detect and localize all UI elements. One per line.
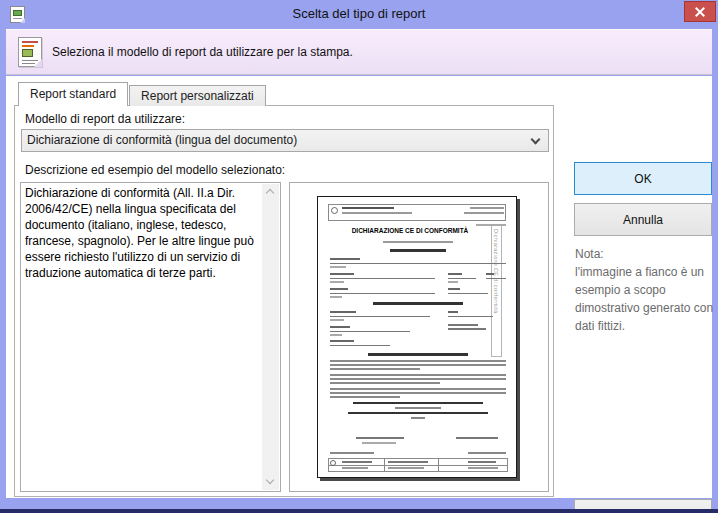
report-type-dialog: Scelta del tipo di report Seleziona il m…: [0, 0, 718, 513]
doc-decoration: [330, 452, 374, 454]
doc-decoration: [342, 212, 412, 214]
doc-decoration: [330, 374, 506, 376]
description-text: Dichiarazione di conformità (All. II.a D…: [25, 185, 259, 281]
report-document-icon: [18, 37, 42, 67]
doc-decoration: [330, 319, 344, 321]
preview-side-label: Dichiarazione CE di conformità: [493, 229, 499, 314]
preview-document-title: DICHIARAZIONE CE DI CONFORMITÀ: [318, 227, 502, 234]
doc-decoration: [448, 288, 460, 290]
doc-decoration: [486, 278, 506, 279]
doc-decoration: [330, 334, 342, 336]
doc-decoration: [388, 461, 428, 463]
doc-decoration: [438, 458, 439, 472]
doc-decoration: [456, 437, 498, 439]
doc-decoration: [330, 340, 354, 342]
tab-bar: Report standard Report personalizzati: [18, 82, 266, 106]
tab-report-personalizzati[interactable]: Report personalizzati: [129, 85, 266, 106]
doc-decoration: [330, 316, 430, 317]
note-text: l'immagine a fianco è un esempio a scopo…: [575, 263, 717, 335]
chevron-down-icon: [531, 135, 541, 145]
doc-decoration: [476, 224, 506, 226]
doc-decoration: [330, 378, 506, 380]
doc-decoration: [330, 368, 420, 370]
doc-decoration: [330, 382, 440, 384]
note-title: Nota:: [575, 245, 717, 263]
doc-decoration: [468, 452, 506, 454]
tab-panel-report-standard: Modello di report da utilizzare: Dichiar…: [14, 105, 554, 497]
note-block: Nota: l'immagine a fianco è un esempio a…: [575, 245, 717, 335]
close-icon: [695, 7, 705, 17]
close-button[interactable]: [684, 1, 716, 22]
doc-decoration: [373, 302, 463, 305]
doc-decoration: [330, 258, 360, 260]
description-text-box: Dichiarazione di conformità (All. II.a D…: [20, 182, 281, 492]
dialog-header-text: Seleziona il modello di report da utiliz…: [52, 30, 353, 74]
dialog-content: Report standard Report personalizzati Mo…: [6, 76, 712, 498]
report-model-selected-value: Dichiarazione di conformità (lingua del …: [27, 133, 297, 147]
doc-decoration: [330, 311, 356, 313]
report-icon-line-red: [22, 41, 38, 43]
report-model-select[interactable]: Dichiarazione di conformità (lingua del …: [21, 129, 549, 152]
doc-decoration: [330, 263, 506, 264]
doc-decoration: [331, 207, 338, 214]
doc-decoration: [330, 360, 506, 362]
doc-decoration: [384, 458, 385, 472]
doc-decoration: [330, 293, 435, 294]
doc-decoration: [330, 460, 336, 466]
doc-decoration: [448, 273, 462, 275]
doc-decoration: [390, 249, 446, 252]
doc-decoration: [330, 388, 506, 390]
doc-decoration: [330, 396, 400, 398]
chevron-up-icon: [266, 189, 274, 197]
doc-decoration: [470, 207, 504, 209]
report-icon-line-orange: [22, 45, 34, 47]
title-bar: Scelta del tipo di report: [0, 0, 718, 29]
window-bottom-edge: [0, 509, 718, 513]
dialog-header: Seleziona il modello di report da utiliz…: [6, 29, 712, 75]
doc-decoration: [362, 442, 396, 444]
doc-decoration: [383, 241, 453, 243]
cancel-button[interactable]: Annulla: [574, 203, 712, 236]
description-scrollbar[interactable]: [262, 184, 279, 490]
doc-decoration: [330, 326, 350, 328]
doc-decoration: [411, 417, 425, 419]
doc-decoration: [330, 273, 354, 275]
doc-decoration: [448, 311, 458, 313]
doc-decoration: [353, 402, 483, 404]
doc-decoration: [330, 266, 346, 268]
window-title: Scelta del tipo di report: [0, 0, 718, 29]
doc-decoration: [468, 461, 496, 463]
chevron-down-icon: [266, 476, 274, 484]
doc-decoration: [395, 407, 441, 409]
description-label: Descrizione ed esempio del modello selez…: [25, 163, 285, 177]
scroll-up-button[interactable]: [262, 184, 279, 200]
report-preview-panel: DICHIARAZIONE CE DI CONFORMITÀ Dichiaraz…: [289, 182, 549, 492]
scroll-down-button[interactable]: [262, 474, 279, 490]
tab-report-standard[interactable]: Report standard: [18, 82, 128, 106]
model-label: Modello di report da utilizzare:: [25, 112, 185, 126]
doc-decoration: [448, 281, 458, 283]
doc-decoration: [330, 296, 342, 298]
doc-decoration: [330, 278, 435, 279]
doc-decoration: [330, 331, 410, 332]
preview-side-label-box: Dichiarazione CE di conformità: [491, 225, 502, 357]
doc-decoration: [330, 392, 506, 394]
doc-decoration: [330, 345, 390, 346]
doc-decoration: [388, 467, 424, 469]
doc-decoration: [468, 467, 498, 469]
doc-decoration: [356, 437, 404, 439]
doc-decoration: [342, 461, 372, 463]
doc-decoration: [448, 278, 476, 279]
doc-decoration: [342, 207, 394, 209]
ok-button[interactable]: OK: [574, 162, 712, 195]
doc-decoration: [330, 281, 344, 283]
doc-decoration: [464, 212, 504, 214]
doc-decoration: [368, 353, 468, 356]
doc-decoration: [448, 316, 493, 317]
doc-decoration: [330, 288, 348, 290]
report-preview-page: DICHIARAZIONE CE DI CONFORMITÀ Dichiaraz…: [317, 196, 517, 478]
doc-decoration: [330, 364, 506, 366]
doc-decoration: [342, 467, 368, 469]
doc-decoration: [448, 293, 488, 294]
doc-decoration: [486, 273, 494, 275]
